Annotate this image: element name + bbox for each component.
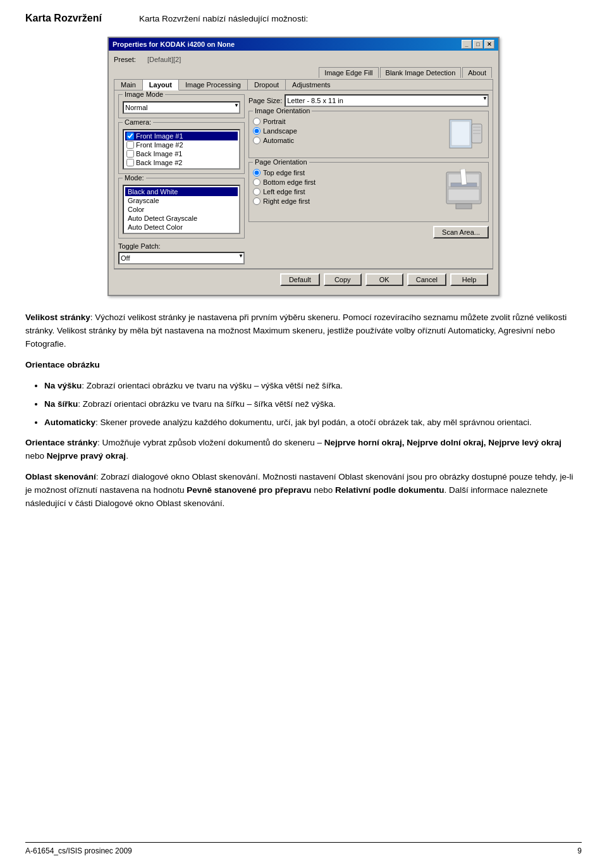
mode-group: Mode: Black and White Grayscale [118, 178, 245, 239]
mode-item-color[interactable]: Color [125, 205, 238, 214]
page-footer: A-61654_cs/ISIS prosinec 2009 9 [25, 842, 582, 855]
page-size-select[interactable]: Letter - 8.5 x 11 in [285, 94, 489, 107]
dialog-title: Properties for KODAK i4200 on None [113, 40, 235, 48]
oblast-para: Oblast skenování: Zobrazí dialogové okno… [25, 471, 582, 511]
copy-button[interactable]: Copy [324, 273, 362, 286]
page-orient-bottom[interactable]: Bottom edge first [253, 178, 316, 186]
dialog-content: Preset: [Default][2] Image Edge Fill Bla… [109, 51, 498, 295]
oblast-bold2: Relativní podle dokumentu [335, 485, 445, 495]
tab-main[interactable]: Main [114, 80, 143, 90]
radio-top-edge[interactable] [253, 169, 261, 177]
mode-item-bw[interactable]: Black and White [125, 187, 238, 196]
svg-rect-1 [451, 121, 470, 146]
top-tab-image-edge-fill[interactable]: Image Edge Fill [319, 67, 378, 78]
camera-check-front1[interactable] [126, 132, 134, 140]
right-panel: Page Size: Letter - 8.5 x 11 in Image Or… [248, 94, 489, 264]
page-orient-left[interactable]: Left edge first [253, 188, 316, 195]
tab-layout[interactable]: Layout [143, 80, 179, 90]
orient-stranky-bold1: Nejprve horní okraj, Nejprve dolní okraj… [324, 438, 561, 447]
camera-check-back1[interactable] [126, 150, 134, 158]
orientace-title-para: Orientace obrázku [25, 359, 582, 372]
help-button[interactable]: Help [450, 273, 488, 286]
camera-item-front2[interactable]: Front Image #2 [125, 140, 238, 149]
right-column: Karta Rozvržení nabízí následující možno… [139, 13, 582, 27]
preset-value: [Default][2] [147, 56, 181, 63]
default-button[interactable]: Default [280, 273, 320, 286]
page-size-label: Page Size: [248, 97, 282, 104]
scanner-orientation-icon [446, 118, 484, 152]
bullet-automaticky: Automaticky: Skener provede analýzu každ… [44, 416, 582, 430]
close-button[interactable]: ✕ [484, 40, 494, 49]
orient-stranky-bold2: Nejprve pravý okraj [47, 451, 126, 461]
dialog-box: Properties for KODAK i4200 on None _ □ ✕… [107, 37, 500, 296]
mode-item-auto-gray[interactable]: Auto Detect Grayscale [125, 214, 238, 223]
camera-item-back1[interactable]: Back Image #1 [125, 149, 238, 158]
titlebar-buttons: _ □ ✕ [462, 40, 494, 49]
camera-item-back2[interactable]: Back Image #2 [125, 158, 238, 167]
camera-item-front1[interactable]: Front Image #1 [125, 132, 238, 140]
intro-text: Karta Rozvržení nabízí následující možno… [139, 13, 582, 25]
page-size-row: Page Size: Letter - 8.5 x 11 in [248, 94, 489, 107]
footer-right: 9 [577, 846, 582, 855]
mode-item-gray[interactable]: Grayscale [125, 196, 238, 205]
image-orientation-group: Image Orientation Portrait [248, 111, 489, 158]
camera-check-front2[interactable] [126, 141, 134, 149]
main-tab-area: Main Layout Image Processing Dropout Adj [114, 79, 493, 269]
oblast-label: Oblast skenování [25, 472, 96, 481]
scanner-side-icon [443, 169, 484, 216]
minimize-button[interactable]: _ [462, 40, 472, 49]
page-size-select-wrapper: Letter - 8.5 x 11 in [285, 94, 489, 107]
scan-area-button[interactable]: Scan Area... [433, 226, 489, 239]
velikost-paragraph: Velikost stránky: Výchozí velikost strán… [25, 311, 582, 351]
radio-left-edge[interactable] [253, 188, 261, 195]
left-panel: Image Mode Normal [118, 94, 245, 264]
bullet-na-sirku: Na šířku: Zobrazí orientaci obrázku ve t… [44, 398, 582, 411]
top-tab-blank-image-detection[interactable]: Blank Image Detection [380, 67, 462, 78]
orient-stranky-desc: : Umožňuje vybrat způsob vložení dokumen… [97, 438, 324, 447]
image-mode-select-wrapper: Normal [123, 101, 240, 114]
maximize-button[interactable]: □ [473, 40, 483, 49]
mode-item-auto-color[interactable]: Auto Detect Color [125, 223, 238, 232]
orientation-landscape[interactable]: Landscape [253, 127, 297, 135]
velikost-title: Velikost stránky [25, 313, 90, 322]
left-column: Karta Rozvržení [25, 13, 139, 27]
toggle-patch-select[interactable]: Off [118, 252, 245, 264]
dialog-buttons: Default Copy OK Cancel Help [114, 269, 493, 290]
main-content: Velikost stránky: Výchozí velikost strán… [25, 311, 582, 511]
image-mode-group: Image Mode Normal [118, 94, 245, 118]
ok-button[interactable]: OK [365, 273, 403, 286]
cancel-button[interactable]: Cancel [407, 273, 446, 286]
panel-content: Image Mode Normal [114, 90, 493, 268]
radio-right-edge[interactable] [253, 197, 261, 205]
orientation-portrait[interactable]: Portrait [253, 118, 297, 125]
tab-dropout[interactable]: Dropout [248, 80, 286, 90]
page-container: Karta Rozvržení Karta Rozvržení nabízí n… [0, 0, 607, 868]
orientation-automatic[interactable]: Automatic [253, 137, 297, 144]
bottom-tab-row: Main Layout Image Processing Dropout Adj [114, 80, 493, 90]
svg-rect-8 [448, 189, 479, 201]
camera-check-back2[interactable] [126, 159, 134, 166]
orient-stranky-para: Orientace stránky: Umožňuje vybrat způso… [25, 437, 582, 463]
radio-bottom-edge[interactable] [253, 178, 261, 186]
page-orient-right[interactable]: Right edge first [253, 197, 316, 205]
image-mode-label: Image Mode [123, 90, 165, 98]
image-orientation-content: Portrait Landscape Automat [253, 118, 484, 154]
top-tab-about[interactable]: About [462, 67, 492, 78]
orient-stranky-label: Orientace stránky [25, 438, 97, 447]
orient-stranky-end: . [126, 451, 128, 461]
image-mode-content: Normal [123, 101, 240, 114]
radio-portrait[interactable] [253, 118, 261, 125]
tab-image-processing[interactable]: Image Processing [179, 80, 248, 90]
page-orientation-group: Page Orientation Top edge first [248, 162, 489, 222]
image-mode-select[interactable]: Normal [123, 101, 240, 114]
mode-content: Black and White Grayscale Color [123, 185, 240, 234]
bullet-desc-0: : Zobrazí orientaci obrázku ve tvaru na … [82, 381, 343, 390]
toggle-patch-select-wrapper: Off [118, 252, 245, 264]
page-orient-radio-group: Top edge first Bottom edge first [253, 169, 316, 205]
scanner-thumb-area [446, 118, 484, 154]
tab-adjustments[interactable]: Adjustments [286, 80, 337, 90]
radio-automatic[interactable] [253, 137, 261, 144]
mode-label: Mode: [123, 174, 146, 182]
radio-landscape[interactable] [253, 127, 261, 135]
page-orient-top[interactable]: Top edge first [253, 169, 316, 177]
